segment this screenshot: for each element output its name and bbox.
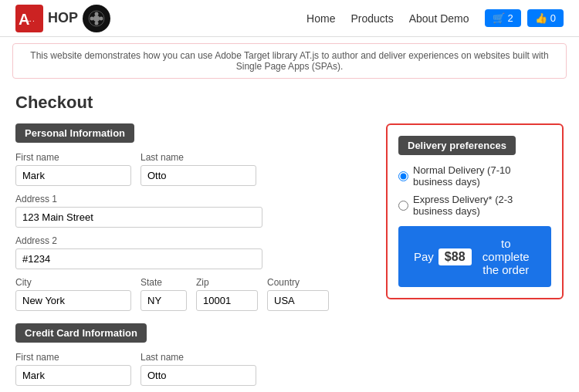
cart-count: 2 [508,12,513,24]
country-label: Country [267,277,329,288]
cc-first-name-label: First name [15,352,131,363]
logo-icon: A . . . [15,5,43,32]
cc-name-row: First name Last name [15,352,363,386]
pay-suffix: to complete the order [476,237,536,276]
delivery-option-2-label: Express Delivery* (2-3 business days) [413,194,551,217]
address1-label: Address 1 [15,194,262,204]
header: A . . . HOP Home Products About Demo 🛒 2 [0,0,579,37]
delivery-option-1-label: Normal Delivery (7-10 business days) [413,164,551,188]
logo: A . . . HOP [15,5,110,32]
first-name-label: First name [15,152,131,163]
pay-button[interactable]: Pay $88 to complete the order [398,226,551,287]
nav-about[interactable]: About Demo [409,12,469,25]
logo-circle [83,5,110,32]
delivery-option-2: Express Delivery* (2-3 business days) [398,194,551,217]
state-group: State [141,277,187,311]
state-label: State [141,277,187,288]
nav-home[interactable]: Home [306,12,335,25]
credit-card-header: Credit Card Information [15,323,147,343]
zip-input[interactable] [196,290,258,311]
nav-icons: 🛒 2 👍 0 [485,9,564,27]
checkout-layout: Personal Information First name Last nam… [15,123,564,392]
cc-first-name-group: First name [15,352,131,386]
nav: Home Products About Demo 🛒 2 👍 0 [306,9,564,27]
like-button[interactable]: 👍 0 [527,9,564,27]
delivery-box: Delivery preferences Normal Delivery (7-… [386,123,564,299]
last-name-input[interactable] [141,165,256,186]
cc-last-name-input[interactable] [141,365,256,386]
svg-point-10 [95,21,99,25]
cart-button[interactable]: 🛒 2 [485,9,521,27]
pay-prefix: Pay [414,250,434,263]
city-input[interactable] [15,290,131,311]
nav-products[interactable]: Products [350,12,393,25]
cc-last-name-label: Last name [141,352,256,363]
svg-point-6 [93,15,100,22]
delivery-radio-2[interactable] [398,201,408,211]
last-name-label: Last name [141,152,256,163]
right-column: Delivery preferences Normal Delivery (7-… [386,123,564,392]
svg-point-9 [95,12,99,15]
address2-group: Address 2 [15,235,262,269]
zip-group: Zip [196,277,258,311]
like-count: 0 [550,12,556,24]
last-name-group: Last name [141,152,256,186]
svg-point-8 [100,16,103,20]
zip-label: Zip [196,277,258,288]
address1-input[interactable] [15,207,262,228]
address1-row: Address 1 [15,194,363,228]
circle-icon [87,9,106,28]
logo-text: HOP [48,10,78,26]
banner-text: This website demonstrates how you can us… [30,50,548,72]
checkout-title: Checkout [15,93,564,113]
cc-first-name-input[interactable] [15,365,131,386]
delivery-header: Delivery preferences [398,136,516,155]
address2-input[interactable] [15,248,262,269]
svg-text:.: . [29,15,32,23]
delivery-option-1: Normal Delivery (7-10 business days) [398,164,551,188]
credit-card-section: Credit Card Information First name Last … [15,323,363,392]
left-column: Personal Information First name Last nam… [15,123,363,392]
country-group: Country [267,277,329,311]
first-name-group: First name [15,152,131,186]
cc-last-name-group: Last name [141,352,256,386]
country-input[interactable] [267,290,329,311]
city-label: City [15,277,131,288]
address2-label: Address 2 [15,235,262,246]
main-content: Checkout Personal Information First name… [0,85,579,392]
address2-row: Address 2 [15,235,363,269]
pay-amount: $88 [438,248,472,265]
info-banner: This website demonstrates how you can us… [12,43,567,79]
city-state-row: City State Zip Country [15,277,363,311]
name-row: First name Last name [15,152,363,186]
state-input[interactable] [141,290,187,311]
delivery-radio-1[interactable] [398,171,408,181]
first-name-input[interactable] [15,165,131,186]
svg-text:.: . [32,15,35,23]
personal-info-header: Personal Information [15,123,134,143]
city-group: City [15,277,131,311]
address1-group: Address 1 [15,194,262,228]
svg-point-7 [90,16,94,20]
